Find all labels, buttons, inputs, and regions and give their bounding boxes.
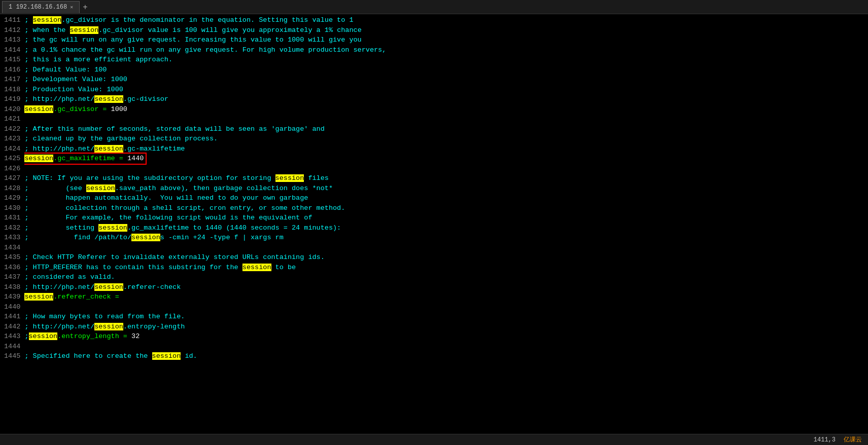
line-number: 1437	[4, 272, 20, 282]
line-number: 1426	[4, 164, 20, 174]
line-number: 1444	[4, 342, 20, 352]
code-line: ; happen automatically. You will need to…	[24, 193, 868, 203]
code-content[interactable]: ; session.gc_divisor is the denominator …	[24, 14, 868, 434]
code-line: ; considered as valid.	[24, 272, 868, 282]
code-line: ; http://php.net/session.gc-maxlifetime	[24, 144, 868, 154]
line-number: 1438	[4, 282, 20, 292]
line-number: 1423	[4, 134, 20, 144]
code-line	[24, 302, 868, 312]
line-number: 1418	[4, 85, 20, 95]
code-line: ; cleaned up by the garbage collection p…	[24, 134, 868, 144]
code-line: ; http://php.net/session.referer-check	[24, 282, 868, 292]
code-line: ; find /path/to/sessions -cmin +24 -type…	[24, 233, 868, 243]
code-line: ; How many bytes to read from the file.	[24, 312, 868, 322]
line-number: 1436	[4, 263, 20, 273]
code-line: ; a 0.1% chance the gc will run on any g…	[24, 45, 868, 55]
line-number: 1427	[4, 173, 20, 183]
line-number: 1443	[4, 331, 20, 342]
code-line: ; Development Value: 1000	[24, 75, 868, 85]
tab-add-button[interactable]: +	[80, 3, 90, 12]
code-line: ; http://php.net/session.entropy-length	[24, 322, 868, 332]
tab-close-icon[interactable]: ✕	[70, 4, 73, 10]
line-number: 1432	[4, 223, 20, 233]
line-number: 1415	[4, 55, 20, 65]
tab-main[interactable]: 1 192.168.16.168 ✕	[2, 1, 80, 13]
line-number: 1434	[4, 243, 20, 253]
line-number: 1435	[4, 252, 20, 263]
line-number: 1416	[4, 65, 20, 75]
line-number: 1430	[4, 203, 20, 213]
line-number: 1428	[4, 183, 20, 194]
code-line	[24, 114, 868, 124]
code-line: session.gc_maxlifetime = 1440	[24, 154, 868, 164]
code-line: ; After this number of seconds, stored d…	[24, 124, 868, 134]
line-number: 1440	[4, 302, 20, 312]
line-number: 1414	[4, 45, 20, 55]
line-number: 1425	[4, 154, 20, 164]
line-number: 1442	[4, 322, 20, 332]
line-numbers: 1411141214131414141514161417141814191420…	[0, 14, 24, 434]
code-line	[24, 342, 868, 352]
watermark: 亿课云	[844, 435, 862, 444]
code-line: ; the gc will run on any give request. I…	[24, 35, 868, 45]
line-number: 1421	[4, 114, 20, 124]
tab-bar: 1 192.168.16.168 ✕ +	[0, 0, 868, 14]
line-number: 1413	[4, 35, 20, 45]
cursor-position: 1411,3	[814, 436, 836, 443]
code-line: ; Production Value: 1000	[24, 85, 868, 95]
line-number: 1419	[4, 94, 20, 104]
code-line: ; Check HTTP Referer to invalidate exter…	[24, 252, 868, 263]
line-number: 1424	[4, 144, 20, 154]
line-number: 1439	[4, 292, 20, 302]
line-number: 1411	[4, 15, 20, 25]
code-line: ; this is a more efficient approach.	[24, 55, 868, 65]
line-number: 1433	[4, 233, 20, 243]
code-line	[24, 243, 868, 253]
line-number: 1445	[4, 351, 20, 361]
code-line	[24, 164, 868, 174]
code-line: ; setting session.gc_maxlifetime to 1440…	[24, 223, 868, 233]
tab-title: 1 192.168.16.168	[9, 4, 67, 11]
code-line: ; NOTE: If you are using the subdirector…	[24, 173, 868, 183]
code-line: session.referer_check =	[24, 292, 868, 302]
status-bar: 1411,3 亿课云	[0, 434, 868, 445]
line-number: 1412	[4, 25, 20, 35]
code-line: ; (see session.save_path above), then ga…	[24, 183, 868, 194]
code-line: ; collection through a shell script, cro…	[24, 203, 868, 213]
code-line: ; For example, the following script woul…	[24, 213, 868, 223]
code-line: ; session.gc_divisor is the denominator …	[24, 15, 868, 25]
code-line: ;session.entropy_length = 32	[24, 331, 868, 342]
line-number: 1420	[4, 104, 20, 115]
code-line: ; HTTP_REFERER has to contain this subst…	[24, 263, 868, 273]
code-line: ; when the session.gc_divisor value is 1…	[24, 25, 868, 35]
code-line: ; Specified here to create the session i…	[24, 351, 868, 361]
editor-area: 1411141214131414141514161417141814191420…	[0, 14, 868, 434]
code-line: session.gc_divisor = 1000	[24, 104, 868, 115]
line-number: 1441	[4, 312, 20, 322]
line-number: 1431	[4, 213, 20, 223]
code-line: ; http://php.net/session.gc-divisor	[24, 94, 868, 104]
code-line: ; Default Value: 100	[24, 65, 868, 75]
line-number: 1417	[4, 75, 20, 85]
line-number: 1422	[4, 124, 20, 134]
line-number: 1429	[4, 193, 20, 203]
